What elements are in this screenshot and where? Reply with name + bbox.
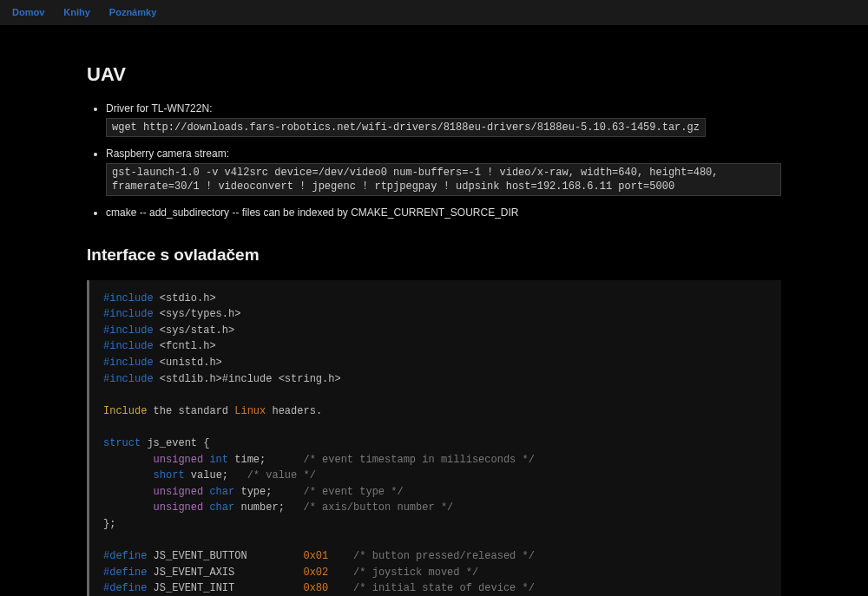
token-linux: Linux	[234, 405, 266, 417]
section-title-interface: Interface s ovladačem	[87, 243, 781, 268]
token-text: JS_EVENT_INIT	[147, 582, 303, 594]
nav-notes[interactable]: Poznámky	[109, 5, 156, 20]
token-define: #define	[103, 582, 147, 594]
nav-home[interactable]: Domov	[12, 5, 44, 20]
token-header: <sys/stat.h>	[154, 324, 235, 337]
token-text: js_event {	[141, 437, 209, 449]
token-comment: /* button pressed/released */	[328, 550, 535, 562]
token-define: #define	[103, 550, 147, 562]
token-comment: /* joystick moved */	[328, 567, 478, 579]
token-comment: /* initial state of device */	[328, 582, 535, 594]
list-item: cmake -- add_subdirectory -- files can b…	[106, 205, 781, 220]
token-hex: 0x80	[303, 582, 328, 594]
token-struct: struct	[103, 437, 141, 449]
token-text: number;	[234, 501, 303, 514]
cmake-note: cmake -- add_subdirectory -- files can b…	[106, 206, 519, 219]
token-text: type;	[234, 486, 303, 498]
navbar: Domov Knihy Poznámky	[0, 0, 868, 25]
token-text: headers.	[266, 405, 322, 417]
token-include: #include	[103, 308, 154, 320]
token-text: the standard	[147, 405, 234, 417]
token-text: value;	[185, 469, 247, 481]
token-comment: /* event type */	[303, 486, 403, 498]
token-include: #include	[103, 340, 154, 352]
token-hex: 0x01	[303, 550, 328, 562]
token-include: #include	[103, 324, 154, 337]
page-title: UAV	[87, 60, 781, 88]
token-unsigned: unsigned	[154, 454, 204, 466]
token-comment: /* value */	[247, 469, 316, 481]
token-header: <sys/types.h>	[154, 308, 241, 320]
token-text: };	[103, 518, 115, 530]
driver-command: wget http://downloads.fars-robotics.net/…	[106, 118, 706, 137]
code-block: #include <stdio.h> #include <sys/types.h…	[87, 280, 781, 596]
token-include: #include	[103, 292, 154, 305]
token-define: #define	[103, 567, 147, 579]
token-include: #include	[103, 373, 154, 385]
token-char: char	[209, 486, 234, 498]
token-comment: /* event timestamp in milliseconds */	[303, 454, 534, 466]
token-header: <fcntl.h>	[154, 340, 216, 352]
token-header: <stdlib.h>#include <string.h>	[154, 373, 341, 385]
notes-list: Driver for TL-WN722N: wget http://downlo…	[87, 101, 781, 221]
content: UAV Driver for TL-WN722N: wget http://do…	[0, 25, 868, 597]
token-include: #include	[103, 357, 154, 369]
token-header: <unistd.h>	[154, 357, 222, 369]
camera-label: Raspberry camera stream:	[106, 147, 229, 160]
token-comment: /* axis/button number */	[303, 501, 453, 514]
token-unsigned: unsigned	[154, 486, 204, 498]
list-item: Driver for TL-WN722N: wget http://downlo…	[106, 101, 781, 137]
token-text: time;	[228, 454, 303, 466]
token-header: <stdio.h>	[154, 292, 216, 305]
token-text: JS_EVENT_BUTTON	[147, 550, 303, 562]
token-unsigned: unsigned	[154, 501, 204, 514]
driver-label: Driver for TL-WN722N:	[106, 102, 212, 115]
camera-command: gst-launch-1.0 -v v4l2src device=/dev/vi…	[106, 163, 781, 196]
list-item: Raspberry camera stream: gst-launch-1.0 …	[106, 146, 781, 196]
token-char: char	[209, 501, 234, 514]
token-hex: 0x02	[303, 567, 328, 579]
token-include-word: Include	[103, 405, 147, 417]
token-int: int	[209, 454, 228, 466]
nav-books[interactable]: Knihy	[63, 5, 90, 20]
token-short: short	[154, 469, 185, 481]
token-text: JS_EVENT_AXIS	[147, 567, 303, 579]
